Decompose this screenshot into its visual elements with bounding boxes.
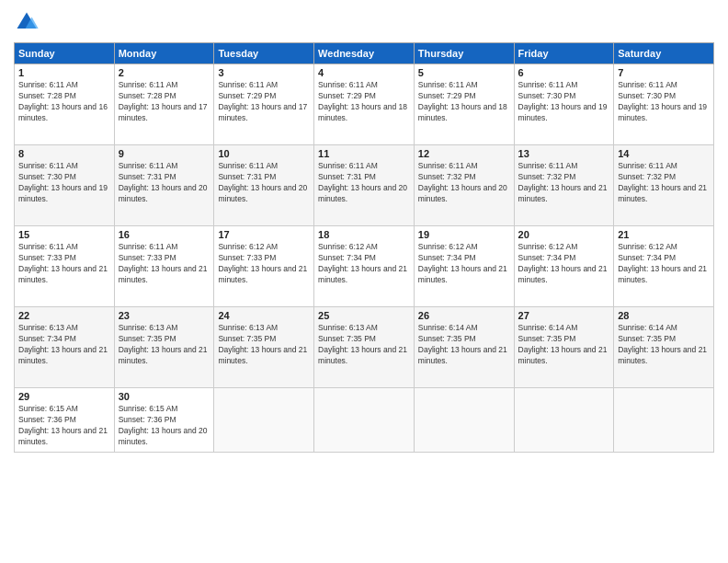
- day-number: 28: [618, 310, 710, 321]
- day-number: 1: [18, 67, 110, 78]
- day-number: 10: [218, 148, 310, 159]
- day-number: 13: [518, 148, 610, 159]
- day-info: Sunrise: 6:11 AM Sunset: 7:30 PM Dayligh…: [18, 161, 110, 205]
- page: Sunday Monday Tuesday Wednesday Thursday…: [0, 0, 728, 563]
- day-number: 26: [418, 310, 510, 321]
- day-info: Sunrise: 6:11 AM Sunset: 7:30 PM Dayligh…: [618, 80, 710, 124]
- sunrise-label: Sunrise: 6:11 AM: [18, 80, 78, 89]
- sunset-label: Sunset: 7:34 PM: [618, 253, 676, 262]
- daylight-label: Daylight: 13 hours and 21 minutes.: [18, 426, 108, 446]
- calendar-cell: 27 Sunrise: 6:14 AM Sunset: 7:35 PM Dayl…: [514, 307, 614, 388]
- day-info: Sunrise: 6:11 AM Sunset: 7:33 PM Dayligh…: [119, 242, 210, 286]
- day-number: 17: [218, 229, 310, 240]
- daylight-label: Daylight: 13 hours and 19 minutes.: [518, 102, 608, 122]
- daylight-label: Daylight: 13 hours and 19 minutes.: [18, 183, 108, 203]
- day-info: Sunrise: 6:11 AM Sunset: 7:31 PM Dayligh…: [218, 161, 310, 205]
- day-number: 7: [618, 67, 710, 78]
- logo: [14, 9, 41, 35]
- day-info: Sunrise: 6:11 AM Sunset: 7:29 PM Dayligh…: [318, 80, 410, 124]
- sunrise-label: Sunrise: 6:12 AM: [518, 242, 578, 251]
- daylight-label: Daylight: 13 hours and 21 minutes.: [618, 183, 707, 203]
- sunset-label: Sunset: 7:34 PM: [318, 253, 376, 262]
- sunset-label: Sunset: 7:30 PM: [518, 91, 576, 100]
- calendar-cell: [214, 388, 314, 453]
- calendar-cell: 21 Sunrise: 6:12 AM Sunset: 7:34 PM Dayl…: [614, 226, 714, 307]
- sunrise-label: Sunrise: 6:13 AM: [119, 323, 178, 332]
- day-info: Sunrise: 6:13 AM Sunset: 7:35 PM Dayligh…: [318, 323, 410, 367]
- day-info: Sunrise: 6:11 AM Sunset: 7:33 PM Dayligh…: [18, 242, 110, 286]
- col-friday: Friday: [514, 43, 614, 64]
- day-number: 30: [119, 391, 210, 402]
- day-info: Sunrise: 6:11 AM Sunset: 7:32 PM Dayligh…: [518, 161, 610, 205]
- sunset-label: Sunset: 7:31 PM: [318, 172, 376, 181]
- sunset-label: Sunset: 7:31 PM: [218, 172, 276, 181]
- daylight-label: Daylight: 13 hours and 21 minutes.: [418, 345, 507, 365]
- calendar-cell: 9 Sunrise: 6:11 AM Sunset: 7:31 PM Dayli…: [114, 145, 214, 226]
- calendar-cell: 5 Sunrise: 6:11 AM Sunset: 7:29 PM Dayli…: [414, 64, 514, 145]
- daylight-label: Daylight: 13 hours and 21 minutes.: [518, 264, 608, 284]
- calendar-cell: 28 Sunrise: 6:14 AM Sunset: 7:35 PM Dayl…: [614, 307, 714, 388]
- day-number: 11: [318, 148, 410, 159]
- sunrise-label: Sunrise: 6:11 AM: [518, 80, 578, 89]
- col-thursday: Thursday: [414, 43, 514, 64]
- calendar-cell: 13 Sunrise: 6:11 AM Sunset: 7:32 PM Dayl…: [514, 145, 614, 226]
- sunrise-label: Sunrise: 6:13 AM: [218, 323, 278, 332]
- sunset-label: Sunset: 7:35 PM: [618, 334, 676, 343]
- calendar-cell: 23 Sunrise: 6:13 AM Sunset: 7:35 PM Dayl…: [114, 307, 214, 388]
- day-info: Sunrise: 6:13 AM Sunset: 7:35 PM Dayligh…: [119, 323, 210, 367]
- sunrise-label: Sunrise: 6:14 AM: [518, 323, 578, 332]
- sunset-label: Sunset: 7:30 PM: [618, 91, 676, 100]
- day-info: Sunrise: 6:13 AM Sunset: 7:35 PM Dayligh…: [218, 323, 310, 367]
- sunrise-label: Sunrise: 6:12 AM: [318, 242, 378, 251]
- daylight-label: Daylight: 13 hours and 20 minutes.: [218, 183, 307, 203]
- calendar-cell: 10 Sunrise: 6:11 AM Sunset: 7:31 PM Dayl…: [214, 145, 314, 226]
- day-info: Sunrise: 6:12 AM Sunset: 7:33 PM Dayligh…: [218, 242, 310, 286]
- calendar-week-row: 22 Sunrise: 6:13 AM Sunset: 7:34 PM Dayl…: [15, 307, 714, 388]
- day-info: Sunrise: 6:12 AM Sunset: 7:34 PM Dayligh…: [618, 242, 710, 286]
- sunrise-label: Sunrise: 6:11 AM: [218, 161, 278, 170]
- sunset-label: Sunset: 7:28 PM: [119, 91, 176, 100]
- daylight-label: Daylight: 13 hours and 21 minutes.: [518, 345, 608, 365]
- calendar-cell: 11 Sunrise: 6:11 AM Sunset: 7:31 PM Dayl…: [314, 145, 415, 226]
- day-number: 2: [119, 67, 210, 78]
- sunrise-label: Sunrise: 6:12 AM: [218, 242, 278, 251]
- sunrise-label: Sunrise: 6:11 AM: [119, 161, 178, 170]
- daylight-label: Daylight: 13 hours and 21 minutes.: [218, 345, 307, 365]
- day-info: Sunrise: 6:12 AM Sunset: 7:34 PM Dayligh…: [418, 242, 510, 286]
- calendar-cell: 24 Sunrise: 6:13 AM Sunset: 7:35 PM Dayl…: [214, 307, 314, 388]
- sunset-label: Sunset: 7:34 PM: [518, 253, 576, 262]
- day-number: 18: [318, 229, 410, 240]
- calendar-week-row: 8 Sunrise: 6:11 AM Sunset: 7:30 PM Dayli…: [15, 145, 714, 226]
- daylight-label: Daylight: 13 hours and 18 minutes.: [318, 102, 407, 122]
- daylight-label: Daylight: 13 hours and 17 minutes.: [119, 102, 208, 122]
- col-wednesday: Wednesday: [314, 43, 415, 64]
- sunset-label: Sunset: 7:35 PM: [218, 334, 276, 343]
- calendar-cell: 8 Sunrise: 6:11 AM Sunset: 7:30 PM Dayli…: [15, 145, 115, 226]
- day-info: Sunrise: 6:15 AM Sunset: 7:36 PM Dayligh…: [119, 404, 210, 448]
- day-info: Sunrise: 6:11 AM Sunset: 7:31 PM Dayligh…: [318, 161, 410, 205]
- calendar-cell: 1 Sunrise: 6:11 AM Sunset: 7:28 PM Dayli…: [15, 64, 115, 145]
- day-number: 25: [318, 310, 410, 321]
- daylight-label: Daylight: 13 hours and 20 minutes.: [119, 183, 208, 203]
- daylight-label: Daylight: 13 hours and 21 minutes.: [518, 183, 608, 203]
- calendar-cell: 30 Sunrise: 6:15 AM Sunset: 7:36 PM Dayl…: [114, 388, 214, 453]
- day-info: Sunrise: 6:11 AM Sunset: 7:28 PM Dayligh…: [119, 80, 210, 124]
- day-info: Sunrise: 6:15 AM Sunset: 7:36 PM Dayligh…: [18, 404, 110, 448]
- calendar-week-row: 15 Sunrise: 6:11 AM Sunset: 7:33 PM Dayl…: [15, 226, 714, 307]
- calendar-cell: 15 Sunrise: 6:11 AM Sunset: 7:33 PM Dayl…: [15, 226, 115, 307]
- sunset-label: Sunset: 7:32 PM: [418, 172, 476, 181]
- sunset-label: Sunset: 7:35 PM: [518, 334, 576, 343]
- calendar-cell: 26 Sunrise: 6:14 AM Sunset: 7:35 PM Dayl…: [414, 307, 514, 388]
- day-info: Sunrise: 6:13 AM Sunset: 7:34 PM Dayligh…: [18, 323, 110, 367]
- daylight-label: Daylight: 13 hours and 21 minutes.: [418, 264, 507, 284]
- col-tuesday: Tuesday: [214, 43, 314, 64]
- daylight-label: Daylight: 13 hours and 21 minutes.: [218, 264, 307, 284]
- daylight-label: Daylight: 13 hours and 20 minutes.: [119, 426, 208, 446]
- day-number: 21: [618, 229, 710, 240]
- day-number: 16: [119, 229, 210, 240]
- sunrise-label: Sunrise: 6:15 AM: [18, 404, 78, 413]
- sunset-label: Sunset: 7:34 PM: [18, 334, 76, 343]
- calendar-cell: 17 Sunrise: 6:12 AM Sunset: 7:33 PM Dayl…: [214, 226, 314, 307]
- sunset-label: Sunset: 7:35 PM: [318, 334, 376, 343]
- day-info: Sunrise: 6:14 AM Sunset: 7:35 PM Dayligh…: [418, 323, 510, 367]
